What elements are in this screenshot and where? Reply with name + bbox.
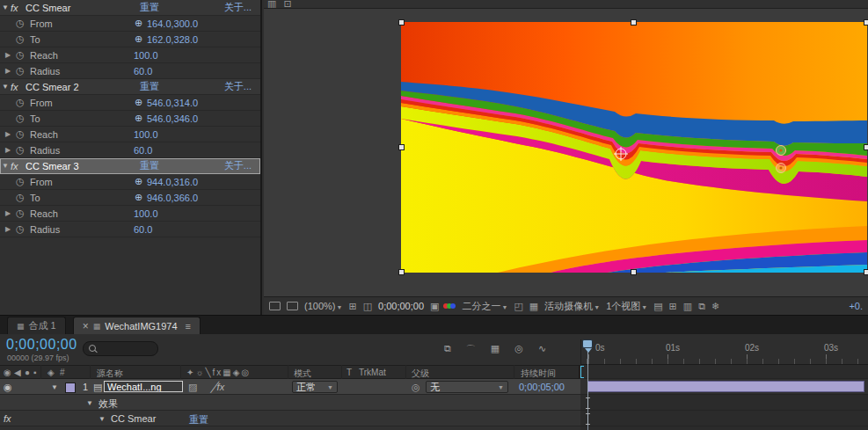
- layer-track[interactable]: [580, 379, 868, 395]
- duration-column[interactable]: 持续时间: [521, 368, 556, 380]
- time-ruler[interactable]: 0s 01s 02s 03s: [580, 339, 868, 365]
- trkmat-column[interactable]: TrkMat: [359, 368, 386, 377]
- flowchart-icon[interactable]: ⧉: [698, 301, 705, 312]
- layer-row[interactable]: ◉ ▼ 1 ▤ WechatI...ng ▨ ╱fx 正常▼ ◎ 无▼ 0;00…: [0, 379, 580, 395]
- property-value[interactable]: 100.0: [134, 208, 158, 219]
- property-value[interactable]: 944.0,316.0: [147, 177, 198, 187]
- property-value[interactable]: 546.0,314.0: [147, 98, 198, 108]
- reset-link[interactable]: 重置: [140, 80, 221, 93]
- selection-handle[interactable]: [864, 144, 868, 150]
- panel-menu-icon[interactable]: ≡: [186, 321, 191, 332]
- selection-handle[interactable]: [398, 19, 405, 26]
- display-icon[interactable]: [269, 302, 281, 310]
- point-picker-icon[interactable]: ⊕: [132, 33, 145, 45]
- stopwatch-icon[interactable]: ◷: [16, 113, 30, 124]
- stopwatch-icon[interactable]: ◷: [16, 49, 30, 61]
- selection-handle[interactable]: [398, 144, 405, 150]
- zoom-select[interactable]: (100%)▼: [304, 301, 342, 311]
- motion-blur-icon[interactable]: ◎: [514, 343, 523, 356]
- effects-group-row[interactable]: ▼ 效果: [0, 395, 580, 411]
- stopwatch-icon[interactable]: ◷: [16, 128, 30, 140]
- point-picker-icon[interactable]: ⊕: [132, 176, 145, 187]
- stopwatch-icon[interactable]: ◷: [16, 192, 30, 203]
- exposure-value[interactable]: +0.: [849, 301, 863, 311]
- selection-handle[interactable]: [864, 19, 868, 26]
- frame-blend-icon[interactable]: ▦: [491, 343, 500, 356]
- roi-icon[interactable]: ◰: [514, 301, 522, 312]
- composition-image[interactable]: [401, 22, 867, 273]
- parent-column[interactable]: 父级: [412, 368, 429, 380]
- group-expand-icon[interactable]: ▼: [86, 399, 93, 407]
- stopwatch-icon[interactable]: ◷: [16, 65, 30, 77]
- point-picker-icon[interactable]: ⊕: [132, 113, 145, 124]
- shy-icon[interactable]: ⌒: [466, 343, 476, 356]
- point-picker-icon[interactable]: ⊕: [132, 97, 145, 108]
- playhead-line[interactable]: [587, 352, 588, 430]
- parent-select[interactable]: 无▼: [426, 381, 508, 393]
- about-link[interactable]: 关于...: [224, 159, 252, 172]
- property-value[interactable]: 162.0,328.0: [147, 34, 198, 45]
- about-link[interactable]: 关于...: [224, 80, 252, 93]
- blend-mode-select[interactable]: 正常▼: [292, 381, 338, 393]
- point-picker-icon[interactable]: ⊕: [132, 18, 145, 29]
- stopwatch-icon[interactable]: ◷: [16, 223, 30, 235]
- property-value[interactable]: 100.0: [134, 50, 158, 61]
- collapse-arrow-icon[interactable]: ▼: [0, 4, 11, 11]
- display-icon[interactable]: [287, 302, 298, 310]
- reset-link[interactable]: 重置: [140, 1, 221, 14]
- tab-wechatimg1974[interactable]: × ▦ WechatIMG1974 ≡: [73, 317, 201, 334]
- timeline-button-icon[interactable]: ▥: [683, 301, 692, 312]
- stopwatch-icon[interactable]: ◷: [16, 208, 30, 219]
- layer-expand-icon[interactable]: ▼: [51, 383, 58, 391]
- collapse-arrow-icon[interactable]: ▼: [0, 83, 11, 91]
- property-value[interactable]: 546.0,346.0: [147, 113, 198, 124]
- property-value[interactable]: 60.0: [134, 145, 152, 156]
- viewer-timecode[interactable]: 0;00;00;00: [378, 301, 424, 311]
- expand-arrow-icon[interactable]: ▶: [5, 67, 16, 75]
- expand-arrow-icon[interactable]: ▶: [5, 51, 16, 59]
- selection-handle[interactable]: [631, 19, 637, 26]
- property-value[interactable]: 164.0,300.0: [147, 18, 198, 29]
- pixel-aspect-icon[interactable]: ▤: [653, 301, 662, 312]
- quality-switch-icon[interactable]: ▨: [188, 382, 197, 393]
- property-value[interactable]: 60.0: [134, 224, 152, 235]
- grid-guides-icon[interactable]: ⊞: [348, 301, 356, 312]
- property-value[interactable]: 60.0: [134, 66, 152, 77]
- expand-arrow-icon[interactable]: ▶: [5, 146, 16, 154]
- camera-select[interactable]: 活动摄像机▼: [544, 300, 600, 313]
- selection-handle[interactable]: [631, 269, 637, 275]
- resolution-select[interactable]: 二分之一▼: [462, 300, 507, 313]
- exposure-reset-icon[interactable]: ❄: [711, 301, 719, 312]
- tab-composition-1[interactable]: ▦ 合成 1: [7, 317, 66, 334]
- fast-preview-icon[interactable]: ⊞: [669, 301, 677, 312]
- expand-arrow-icon[interactable]: ▶: [5, 209, 16, 217]
- eye-icon[interactable]: ◉: [4, 382, 12, 393]
- stopwatch-icon[interactable]: ◷: [16, 97, 30, 108]
- flowchart-icon[interactable]: ⧉: [444, 343, 451, 356]
- reset-link[interactable]: 重置: [140, 159, 221, 172]
- transparency-grid-icon[interactable]: ▦: [529, 301, 538, 312]
- selection-handle[interactable]: [864, 269, 868, 275]
- effect-header-cc-smear[interactable]: ▼ fx CC Smear 重置 关于...: [0, 0, 260, 16]
- property-value[interactable]: 946.0,366.0: [147, 193, 198, 203]
- pickwhip-icon[interactable]: ◎: [412, 382, 420, 393]
- effect-header-cc-smear-2[interactable]: ▼ fx CC Smear 2 重置 关于...: [0, 79, 260, 95]
- layer-duration-bar[interactable]: [587, 381, 864, 392]
- snapshot-icon[interactable]: ▣: [430, 301, 439, 312]
- expand-arrow-icon[interactable]: ▶: [5, 225, 16, 233]
- stopwatch-icon[interactable]: ◷: [16, 176, 30, 187]
- close-icon[interactable]: ×: [83, 320, 89, 332]
- effect-reset-link[interactable]: 重置: [189, 413, 208, 426]
- playhead-handle[interactable]: [582, 339, 593, 348]
- graph-editor-icon[interactable]: ∿: [538, 343, 546, 356]
- current-timecode[interactable]: 0;00;00;00: [6, 337, 77, 353]
- effect-expand-icon[interactable]: ▼: [98, 415, 106, 423]
- expand-arrow-icon[interactable]: ▶: [5, 130, 16, 138]
- effect-header-cc-smear-3[interactable]: ▼ fx CC Smear 3 重置 关于...: [0, 158, 260, 174]
- stopwatch-icon[interactable]: ◷: [16, 33, 30, 45]
- collapse-arrow-icon[interactable]: ▼: [0, 162, 11, 170]
- label-color-swatch[interactable]: [65, 383, 76, 393]
- effects-switch-icon[interactable]: ╱fx: [211, 382, 224, 393]
- source-name-column[interactable]: 源名称: [97, 368, 123, 380]
- stopwatch-icon[interactable]: ◷: [16, 144, 30, 156]
